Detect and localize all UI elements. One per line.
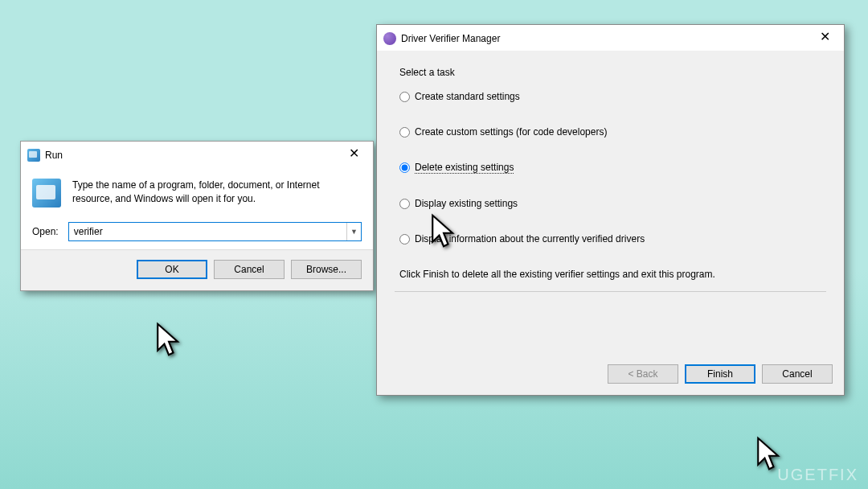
ok-button[interactable]: OK	[137, 260, 207, 279]
select-task-label: Select a task	[399, 67, 821, 78]
open-input[interactable]	[69, 223, 346, 240]
verifier-titlebar: Driver Verifier Manager ✕	[377, 25, 844, 51]
cancel-button[interactable]: Cancel	[214, 260, 285, 279]
watermark: UGETFIX	[777, 466, 858, 484]
radio-display-info[interactable]: Display information about the currently …	[399, 233, 821, 244]
verifier-title: Driver Verifier Manager	[401, 33, 500, 44]
radio-label: Create standard settings	[415, 91, 520, 102]
open-combobox[interactable]: ▼	[68, 222, 362, 241]
cursor-icon	[155, 322, 182, 357]
run-app-icon	[32, 179, 61, 208]
radio-label: Display existing settings	[415, 198, 518, 209]
run-dialog: Run ✕ Type the name of a program, folder…	[20, 141, 374, 291]
radio-delete-settings[interactable]: Delete existing settings	[399, 162, 821, 174]
finish-button[interactable]: Finish	[685, 364, 755, 384]
chevron-down-icon[interactable]: ▼	[346, 223, 361, 240]
verifier-dialog: Driver Verifier Manager ✕ Select a task …	[376, 24, 845, 396]
open-label: Open:	[32, 226, 59, 237]
run-icon	[27, 149, 40, 162]
run-titlebar: Run ✕	[21, 142, 373, 167]
back-button[interactable]: < Back	[608, 364, 678, 384]
radio-custom-settings[interactable]: Create custom settings (for code develop…	[399, 126, 821, 138]
separator	[395, 291, 826, 292]
cancel-button[interactable]: Cancel	[762, 364, 833, 384]
radio-label: Display information about the currently …	[415, 233, 645, 244]
run-message: Type the name of a program, folder, docu…	[72, 179, 362, 206]
browse-button[interactable]: Browse...	[291, 260, 362, 279]
radio-display-settings[interactable]: Display existing settings	[399, 198, 821, 209]
close-icon[interactable]: ✕	[341, 146, 366, 164]
verifier-hint: Click Finish to delete all the existing …	[399, 269, 821, 280]
radio-standard-settings[interactable]: Create standard settings	[399, 91, 821, 102]
radio-label: Create custom settings (for code develop…	[415, 126, 607, 138]
run-title: Run	[45, 150, 63, 161]
close-icon[interactable]: ✕	[812, 30, 837, 47]
radio-label: Delete existing settings	[415, 162, 514, 174]
verifier-icon	[383, 32, 396, 45]
